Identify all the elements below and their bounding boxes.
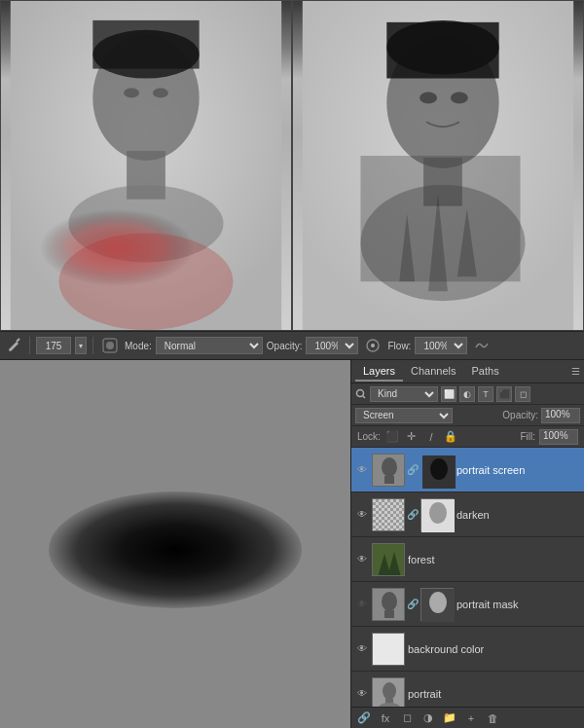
layer-row[interactable]: 👁 portrait xyxy=(351,672,584,707)
layer-visibility-hidden-icon[interactable]: 👁 xyxy=(355,598,369,611)
layer-thumbnail xyxy=(372,454,405,487)
svg-rect-31 xyxy=(384,476,394,484)
lock-artboard-icon[interactable]: / xyxy=(423,429,439,445)
portrait-left-svg xyxy=(1,1,291,330)
layer-row[interactable]: 👁 🔗 darken xyxy=(351,492,584,537)
layer-name: darken xyxy=(456,509,580,521)
layer-mask-thumbnail xyxy=(420,588,454,621)
svg-line-28 xyxy=(363,395,366,398)
layer-mask-thumbnail xyxy=(420,454,454,487)
layers-bottom-toolbar: 🔗 fx ◻ ◑ 📁 + 🗑 xyxy=(351,707,584,728)
layer-thumbnail xyxy=(372,633,405,666)
lock-pixels-icon[interactable]: ⬛ xyxy=(384,429,400,445)
flow-dropdown[interactable]: 100% xyxy=(415,337,467,354)
new-adjustment-icon[interactable]: ◑ xyxy=(420,710,437,727)
separator-2 xyxy=(92,337,93,354)
svg-point-7 xyxy=(153,88,168,97)
blend-mode-dropdown[interactable]: Screen xyxy=(355,408,453,423)
pixel-filter-icon[interactable]: ⬜ xyxy=(441,386,456,402)
layer-chain-icon[interactable]: 🔗 xyxy=(408,498,418,531)
layer-name: forest xyxy=(408,554,580,565)
mode-label: Mode: xyxy=(125,341,152,351)
fill-label: Fill: xyxy=(520,431,535,442)
opacity-dropdown[interactable]: 100% xyxy=(306,337,358,354)
svg-point-27 xyxy=(357,389,364,396)
layer-name: backround color xyxy=(408,643,580,655)
layer-thumbnail xyxy=(372,677,405,708)
delete-layer-icon[interactable]: 🗑 xyxy=(484,710,501,727)
svg-point-46 xyxy=(383,682,396,700)
svg-point-26 xyxy=(371,344,375,347)
image-area xyxy=(0,0,584,331)
flow-label: Flow: xyxy=(387,341,411,351)
layer-visibility-icon[interactable]: 👁 xyxy=(355,687,369,701)
layer-thumbnail xyxy=(372,498,405,531)
svg-point-20 xyxy=(420,91,437,103)
layer-visibility-icon[interactable]: 👁 xyxy=(355,553,369,566)
brush-icon[interactable] xyxy=(6,337,23,354)
svg-point-33 xyxy=(430,458,448,480)
layer-thumbnail xyxy=(372,543,405,576)
type-filter-icon[interactable]: T xyxy=(478,386,493,402)
svg-point-21 xyxy=(451,91,468,103)
new-layer-icon[interactable]: + xyxy=(462,710,480,727)
mode-dropdown[interactable]: Normal xyxy=(156,337,263,354)
layers-panel: Layers Channels Paths ☰ Kind ⬜ ◐ T ⬛ ◻ S… xyxy=(350,360,584,728)
layer-thumbnail xyxy=(372,588,405,621)
svg-rect-5 xyxy=(92,20,199,69)
canvas-area[interactable] xyxy=(0,360,350,728)
layer-chain-icon[interactable]: 🔗 xyxy=(408,588,418,621)
kind-dropdown[interactable]: Kind xyxy=(370,386,438,402)
layer-mask-thumbnail xyxy=(420,498,454,531)
smoothing-icon[interactable] xyxy=(471,335,493,356)
fill-value[interactable]: 100% xyxy=(539,429,578,445)
svg-point-43 xyxy=(429,592,447,613)
svg-point-6 xyxy=(124,88,139,97)
svg-point-40 xyxy=(382,592,397,611)
lock-position-icon[interactable]: ✛ xyxy=(404,429,420,445)
svg-point-24 xyxy=(106,342,114,349)
new-group-icon[interactable]: 📁 xyxy=(441,710,458,727)
kind-row: Kind ⬜ ◐ T ⬛ ◻ xyxy=(351,383,584,405)
layer-row[interactable]: 👁 forest xyxy=(351,537,584,582)
lock-row: Lock: ⬛ ✛ / 🔒 Fill: 100% xyxy=(351,426,584,448)
svg-point-9 xyxy=(59,234,234,330)
tab-channels[interactable]: Channels xyxy=(403,362,463,382)
layer-mask-icon[interactable]: ◻ xyxy=(398,710,416,727)
toolbar: 175 ▾ Mode: Normal Opacity: 100% Flow: 1… xyxy=(0,331,584,360)
layer-row[interactable]: 👁 🔗 portrait mask xyxy=(351,582,584,627)
tab-paths[interactable]: Paths xyxy=(464,362,507,382)
layer-visibility-icon[interactable]: 👁 xyxy=(355,642,369,656)
layer-effects-icon[interactable]: fx xyxy=(377,710,394,727)
lock-all-icon[interactable]: 🔒 xyxy=(443,429,458,445)
svg-point-15 xyxy=(386,20,498,75)
opacity-value[interactable]: 100% xyxy=(541,408,580,423)
svg-line-22 xyxy=(17,339,19,342)
layer-row[interactable]: 👁 🔗 portrait screen xyxy=(351,448,584,492)
layer-row[interactable]: 👁 backround color xyxy=(351,627,584,672)
shape-filter-icon[interactable]: ⬛ xyxy=(496,386,512,402)
smartobject-filter-icon[interactable]: ◻ xyxy=(515,386,530,402)
link-layers-icon[interactable]: 🔗 xyxy=(355,710,373,727)
layer-name: portrait xyxy=(408,688,580,700)
brush-size-display: 175 xyxy=(36,337,71,354)
opacity-label: Opacity: xyxy=(267,341,303,351)
layer-name: portrait screen xyxy=(456,464,580,476)
adjustment-filter-icon[interactable]: ◐ xyxy=(459,386,475,402)
svg-point-30 xyxy=(382,457,397,477)
brush-size-arrow[interactable]: ▾ xyxy=(75,337,87,354)
image-panel-right[interactable] xyxy=(292,0,584,331)
layer-visibility-icon[interactable]: 👁 xyxy=(355,508,369,522)
layers-tabs: Layers Channels Paths ☰ xyxy=(351,360,584,383)
airbrush-icon[interactable] xyxy=(362,335,383,356)
tab-layers[interactable]: Layers xyxy=(355,362,403,382)
svg-point-35 xyxy=(429,502,447,524)
separator-1 xyxy=(29,337,30,354)
svg-rect-44 xyxy=(373,634,405,666)
image-panel-left[interactable] xyxy=(0,0,292,331)
brush-preset-icon[interactable] xyxy=(99,335,121,356)
layers-panel-menu-icon[interactable]: ☰ xyxy=(571,366,580,377)
bottom-area: Layers Channels Paths ☰ Kind ⬜ ◐ T ⬛ ◻ S… xyxy=(0,360,584,728)
layer-chain-icon[interactable]: 🔗 xyxy=(408,454,418,487)
layer-visibility-icon[interactable]: 👁 xyxy=(355,463,369,477)
